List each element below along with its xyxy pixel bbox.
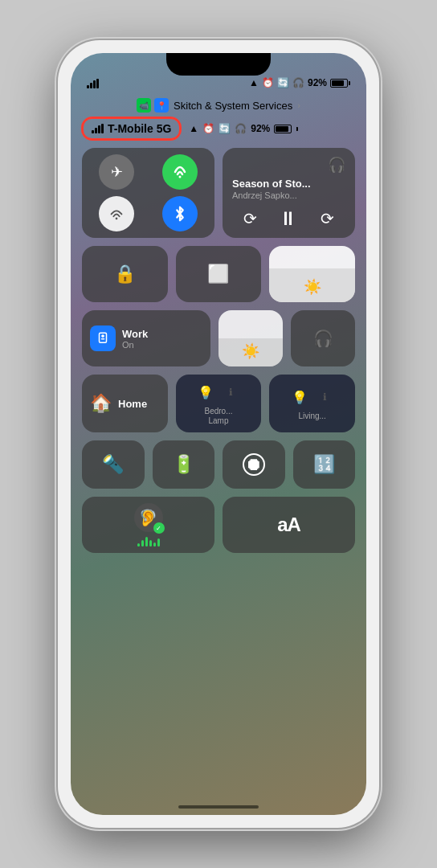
app-banner[interactable]: 📹 📍 Skitch & System Services › — [71, 95, 366, 116]
carrier-badge: T-Mobile 5G — [82, 117, 181, 140]
app-banner-icons: 📹 📍 — [137, 98, 169, 113]
svg-point-0 — [178, 176, 181, 178]
signal-bars — [87, 79, 99, 88]
home-indicator[interactable] — [178, 805, 259, 809]
svg-rect-4 — [101, 338, 105, 340]
work-title: Work — [122, 328, 148, 340]
bedroom-label: Bedro...Lamp — [204, 407, 232, 426]
living-lamp-icon: 💡 — [288, 386, 311, 408]
phone-device: ▲ ⏰ 🔄 🎧 92% 📹 📍 Skitch & System Services — [58, 40, 379, 828]
row4: 🏠 Home 💡 ℹ Bedro...Lamp 💡 ℹ — [82, 375, 355, 432]
skip-back-button[interactable]: ⟳ — [243, 209, 257, 228]
carrier-row: T-Mobile 5G ▲ ⏰ 🔄 🎧 92% — [82, 117, 355, 140]
pause-button[interactable]: ⏸ — [279, 207, 298, 230]
row5: 🔦 🔋 ⏺ 🔢 — [82, 440, 355, 489]
battery-icon — [330, 79, 350, 88]
headphone-icon: 🎧 — [292, 77, 304, 88]
alarm-icon: ⏰ — [262, 77, 274, 88]
chevron-right-icon: › — [297, 100, 300, 110]
phone-screen: ▲ ⏰ 🔄 🎧 92% 📹 📍 Skitch & System Services — [71, 53, 366, 815]
brightness-icon-2: ☀️ — [242, 342, 259, 360]
svg-point-1 — [116, 218, 118, 220]
headphone-icon2: 🎧 — [235, 123, 247, 134]
row3: Work On ☀️ 🎧 — [82, 310, 355, 366]
cellular-icon — [170, 162, 190, 182]
location-app-icon: 📍 — [154, 98, 169, 113]
alarm-icon2: ⏰ — [202, 123, 214, 134]
earbuds-icon: 🎧 — [232, 156, 345, 174]
control-center: T-Mobile 5G ▲ ⏰ 🔄 🎧 92% — [82, 117, 355, 775]
now-playing-title: Season of Sto... — [232, 178, 345, 190]
home-tile[interactable]: 🏠 Home — [82, 375, 168, 432]
screen-mirror-button[interactable]: ⬜ — [176, 246, 262, 302]
calculator-icon: 🔢 — [313, 454, 335, 475]
sync-icon2: 🔄 — [218, 123, 231, 134]
bedroom-lamp-tile[interactable]: 💡 ℹ Bedro...Lamp — [176, 375, 262, 432]
location-icon: ▲ — [249, 77, 259, 88]
cellular-button[interactable] — [162, 154, 198, 190]
volume-tile[interactable]: 🎧 — [291, 310, 355, 366]
battery-percent2: 92% — [251, 123, 270, 134]
now-playing-panel: 🎧 Season of Sto... Andrzej Sapko... ⟳ ⏸ … — [223, 148, 355, 238]
battery-button-icon: 🔋 — [173, 454, 194, 475]
now-playing-controls: ⟳ ⏸ ⟳ — [232, 207, 345, 230]
airplane-mode-button[interactable]: ✈ — [99, 154, 134, 190]
bluetooth-icon — [174, 205, 186, 223]
lamp-icons: 💡 ℹ — [194, 381, 243, 403]
video-icon: 📹 — [137, 98, 151, 113]
lamp-info-icon: ℹ — [220, 381, 243, 403]
calculator-button[interactable]: 🔢 — [293, 440, 356, 489]
rotation-lock-button[interactable]: 🔒 — [82, 246, 168, 302]
lamp-on-icon: 💡 — [194, 381, 217, 403]
flashlight-icon: 🔦 — [102, 454, 124, 475]
brightness-slider[interactable]: ☀️ — [269, 246, 355, 302]
wifi-button[interactable] — [99, 196, 134, 231]
row2: 🔒 ⬜ ☀️ — [82, 246, 355, 302]
sound-bars — [137, 535, 160, 547]
carrier-name: T-Mobile 5G — [108, 122, 171, 135]
living-info-icon: ℹ — [314, 386, 337, 408]
living-lamp-tile[interactable]: 💡 ℹ Living... — [269, 375, 355, 432]
battery-button[interactable]: 🔋 — [153, 440, 215, 489]
connectivity-panel: ✈ — [82, 148, 214, 238]
row1: ✈ — [82, 148, 355, 238]
accessibility-check: ✓ — [153, 522, 165, 534]
home-label: Home — [118, 398, 147, 410]
svg-point-3 — [101, 334, 104, 338]
earbuds-volume-icon: 🎧 — [313, 329, 333, 348]
svg-rect-2 — [100, 333, 107, 342]
row6: 🦻 ✓ aA — [82, 497, 355, 553]
living-lamp-icons: 💡 ℹ — [288, 386, 337, 408]
lock-icon: 🔒 — [114, 264, 136, 285]
work-on-icon — [90, 326, 116, 351]
mirror-icon: ⬜ — [207, 264, 229, 285]
font-label: aA — [277, 514, 300, 536]
record-icon: ⏺ — [243, 453, 265, 476]
battery-percent: 92% — [308, 77, 327, 88]
accessibility-tile[interactable]: 🦻 ✓ — [82, 497, 214, 553]
status-icons-right: ▲ ⏰ 🔄 🎧 92% — [189, 123, 298, 134]
text-size-tile[interactable]: aA — [223, 497, 355, 553]
flashlight-button[interactable]: 🔦 — [82, 440, 145, 489]
brightness-slider-2[interactable]: ☀️ — [218, 310, 283, 366]
now-playing-artist: Andrzej Sapko... — [232, 190, 345, 200]
work-on-text: Work On — [122, 328, 148, 350]
living-label: Living... — [298, 411, 325, 421]
wifi-icon — [108, 205, 125, 223]
notch — [166, 53, 271, 76]
nav-icon: ▲ — [189, 123, 198, 134]
skip-forward-button[interactable]: ⟳ — [321, 209, 334, 228]
home-icon: 🏠 — [90, 393, 112, 414]
brightness-icon: ☀️ — [304, 278, 321, 296]
app-banner-text: Skitch & System Services — [174, 100, 292, 112]
screen-record-button[interactable]: ⏺ — [223, 440, 285, 489]
status-left — [87, 79, 99, 88]
work-on-tile[interactable]: Work On — [82, 310, 210, 366]
sync-icon: 🔄 — [277, 77, 289, 88]
status-right: ▲ ⏰ 🔄 🎧 92% — [249, 77, 350, 88]
battery-icon2 — [274, 125, 292, 133]
work-subtitle: On — [122, 340, 148, 350]
carrier-signal — [92, 124, 104, 133]
bluetooth-button[interactable] — [162, 196, 198, 231]
accessibility-icon: 🦻 ✓ — [134, 503, 163, 532]
